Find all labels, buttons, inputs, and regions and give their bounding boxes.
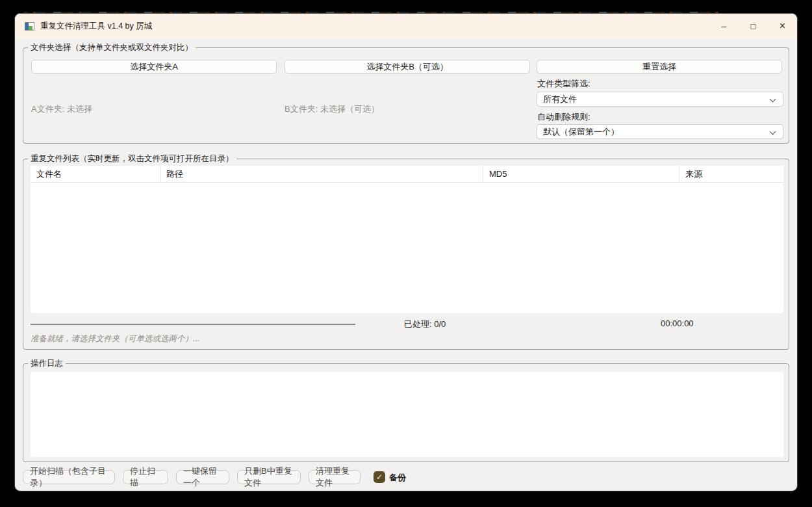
column-header-path[interactable]: 路径 bbox=[160, 166, 483, 182]
auto-delete-rule-select[interactable]: 默认（保留第一个） bbox=[537, 124, 783, 139]
progress-bar bbox=[31, 324, 355, 325]
select-folder-a-button[interactable]: 选择文件夹A bbox=[31, 60, 277, 73]
titlebar: 重复文件清理工具 v1.4 by 厉城 – □ × bbox=[15, 14, 797, 38]
reset-selection-button[interactable]: 重置选择 bbox=[537, 60, 782, 73]
window-controls: – □ × bbox=[709, 14, 797, 38]
app-icon bbox=[25, 22, 34, 31]
elapsed-timer: 00:00:00 bbox=[661, 318, 694, 328]
stop-scan-button[interactable]: 停止扫描 bbox=[123, 470, 168, 484]
close-button[interactable]: × bbox=[768, 14, 797, 38]
operation-log-groupbox: 操作日志 bbox=[23, 363, 789, 462]
file-table: 文件名 路径 MD5 来源 bbox=[31, 166, 783, 313]
column-header-filename[interactable]: 文件名 bbox=[31, 166, 160, 182]
folder-a-status: A文件夹: 未选择 bbox=[31, 103, 92, 115]
auto-delete-rule-label: 自动删除规则: bbox=[537, 111, 590, 123]
file-type-filter-value: 所有文件 bbox=[543, 94, 577, 105]
folder-selection-title: 文件夹选择（支持单文件夹或双文件夹对比） bbox=[28, 42, 196, 53]
column-header-source[interactable]: 来源 bbox=[679, 166, 783, 182]
window-title: 重复文件清理工具 v1.4 by 厉城 bbox=[40, 21, 152, 32]
checkmark-icon: ✓ bbox=[376, 473, 383, 482]
log-textarea[interactable] bbox=[31, 372, 783, 457]
file-type-filter-select[interactable]: 所有文件 bbox=[537, 92, 783, 107]
action-bar: 开始扫描（包含子目录） 停止扫描 一键保留一个 只删B中重复文件 清理重复文件 … bbox=[23, 470, 789, 484]
maximize-button[interactable]: □ bbox=[739, 14, 768, 38]
duplicate-list-groupbox: 重复文件列表（实时更新，双击文件项可打开所在目录） 文件名 路径 MD5 来源 … bbox=[23, 159, 789, 350]
file-type-filter-label: 文件类型筛选: bbox=[537, 78, 590, 90]
delete-b-duplicates-button[interactable]: 只删B中重复文件 bbox=[237, 470, 301, 484]
column-header-md5[interactable]: MD5 bbox=[483, 166, 679, 182]
folder-selection-groupbox: 文件夹选择（支持单文件夹或双文件夹对比） 选择文件夹A 选择文件夹B（可选） 重… bbox=[23, 47, 789, 144]
app-window: 重复文件清理工具 v1.4 by 厉城 – □ × 文件夹选择（支持单文件夹或双… bbox=[14, 13, 798, 491]
status-message: 准备就绪，请选择文件夹（可单选或选两个）... bbox=[31, 333, 199, 344]
operation-log-title: 操作日志 bbox=[28, 358, 66, 369]
start-scan-button[interactable]: 开始扫描（包含子目录） bbox=[23, 470, 115, 484]
backup-checkbox-label: 备份 bbox=[389, 472, 406, 484]
auto-delete-rule-value: 默认（保留第一个） bbox=[543, 126, 619, 138]
processed-count: 已处理: 0/0 bbox=[404, 318, 446, 330]
duplicate-list-title: 重复文件列表（实时更新，双击文件项可打开所在目录） bbox=[28, 153, 236, 164]
keep-one-button[interactable]: 一键保留一个 bbox=[176, 470, 229, 484]
backup-checkbox[interactable]: ✓ bbox=[374, 471, 385, 483]
folder-b-status: B文件夹: 未选择（可选） bbox=[285, 103, 379, 115]
clean-duplicates-button[interactable]: 清理重复文件 bbox=[309, 470, 361, 484]
minimize-button[interactable]: – bbox=[709, 14, 739, 38]
chevron-down-icon bbox=[770, 97, 775, 102]
file-table-header: 文件名 路径 MD5 来源 bbox=[31, 166, 783, 183]
select-folder-b-button[interactable]: 选择文件夹B（可选） bbox=[285, 60, 530, 73]
chevron-down-icon bbox=[770, 129, 775, 135]
